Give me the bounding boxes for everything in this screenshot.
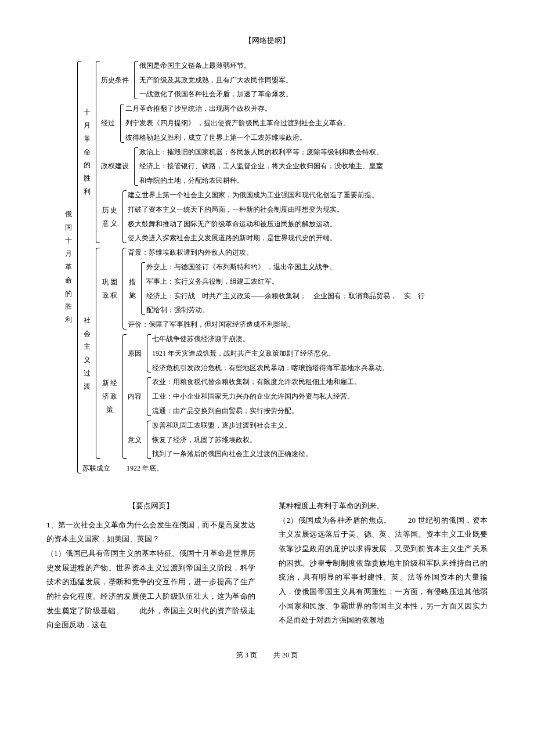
page-total: 共 20 页 xyxy=(273,651,298,659)
brace-icon xyxy=(118,102,124,144)
column-left: 【要点网页】 1、第一次社会主义革命为什么会发生在俄国，而不是高度发达的资本主义… xyxy=(46,499,255,632)
outline-item: 苏联成立1922 年底。 xyxy=(82,461,425,476)
column-right: 某种程度上有利于革命的到来。 （2）俄国成为各种矛盾的焦点。20 世纪初的俄国，… xyxy=(279,499,488,632)
section-label: 社 会 主 义 过 渡 xyxy=(82,245,93,461)
outline-item: 俄国是帝国主义链条上最薄弱环节。 xyxy=(139,59,293,73)
page-footer: 第 3 页共 20 页 xyxy=(46,650,488,661)
outline-item: 恢复了经济，巩固了苏维埃政权。 xyxy=(152,433,312,447)
branch-label: 经过 xyxy=(101,102,117,144)
outline-item: 建立世界上第一个社会主义国家，为俄国成为工业强国和现代化创造了重要前提。 xyxy=(128,188,378,202)
branch-label: 原因 xyxy=(128,332,144,375)
outline-item: 找到了一条落后的俄国向社会主义过渡的正确途径。 xyxy=(152,447,312,461)
body-text: （2）俄国成为各种矛盾的焦点。20 世纪初的俄国，资本主义发展远远落后于美、德、… xyxy=(279,513,488,628)
outline-header: 【网络提纲】 xyxy=(46,35,488,47)
branch-label: 历史条件 xyxy=(101,59,131,102)
outline-item: 流通：由产品交换到自由贸易；实行按劳分配。 xyxy=(152,404,361,418)
branch-label: 内容 xyxy=(128,375,144,418)
outline-item: 工业：中小企业和国家无力兴办的企业允许国内外资与私人经营。 xyxy=(152,389,361,404)
brace-icon xyxy=(139,260,145,317)
body-span: （1）俄国已具有帝国主义的基本特征。俄国十月革命是世界历史发展进程的产物。世界资… xyxy=(46,549,255,615)
branch-label: 历史 意义 xyxy=(101,188,120,245)
brace-icon xyxy=(94,245,100,461)
outline-item: 经济危机引发政治危机：有些地区农民暴动；喀琅施塔得海军基地水兵暴动。 xyxy=(152,361,389,375)
brace-icon xyxy=(121,332,127,461)
outline-item: 配给制；强制劳动。 xyxy=(146,303,425,317)
brace-icon xyxy=(94,59,100,245)
body-span: 20 世纪初的俄国，资本主义发展远远落后于美、德、英、法等国。资本主义工业既要依… xyxy=(279,516,488,625)
outline-item: 七年战争使苏俄经济濒于崩溃。 xyxy=(152,332,389,346)
outline-item: 评价：保障了军事胜利，但对国家经济造成不利影响。 xyxy=(128,317,425,332)
body-text: 某种程度上有利于革命的到来。 xyxy=(279,499,488,513)
body-text: （1）俄国已具有帝国主义的基本特征。俄国十月革命是世界历史发展进程的产物。世界资… xyxy=(46,547,255,632)
outline-item: 经济上：实行战 时共产主义政策——余粮收集制； 企业国有；取消商品贸易， 实 行 xyxy=(146,289,425,303)
body-text: 1、第一次社会主义革命为什么会发生在俄国，而不是高度发达的资本主义国家，如美国、… xyxy=(46,518,255,547)
outline-item: 改善和巩固工农联盟，逐步过渡到社会主义。 xyxy=(152,418,312,433)
brace-icon xyxy=(145,418,151,461)
outline-item: 政治上：摧毁旧的国家机器；各民族人民的权利平等；废除等级制和教会特权。 xyxy=(139,145,383,160)
branch-label: 苏联成立 xyxy=(82,464,110,472)
outline-item: 极大鼓舞和推动了国际无产阶级革命运动和被压迫民族的解放运动。 xyxy=(128,217,378,231)
outline-item: 农业：用粮食税代替余粮收集制；有限度允许农民租佃土地和雇工。 xyxy=(152,375,361,389)
brace-icon xyxy=(132,59,138,102)
brace-icon xyxy=(75,59,81,476)
outline-item: 二月革命推翻了沙皇统治，出现两个政权并存。 xyxy=(125,102,350,116)
key-points-header: 【要点网页】 xyxy=(46,499,255,513)
brace-icon xyxy=(145,375,151,418)
branch-label: 巩固 政权 xyxy=(101,245,120,332)
section-label: 十 月 革 命 的 胜 利 xyxy=(82,59,93,245)
branch-label: 政权建设 xyxy=(101,145,131,188)
outline-item: 打破了资本主义一统天下的局面，一种新的社会制度由理想变为现实。 xyxy=(128,202,378,217)
root-label: 俄 国 十 月 革 命 的 胜 利 xyxy=(64,59,74,476)
outline-item: 彼得格勒起义胜利，成立了世界上第一个工农苏维埃政府。 xyxy=(125,131,350,145)
outline-item: 军事上：实行义务兵役制，组建工农红军。 xyxy=(146,274,425,289)
outline-value: 1922 年底。 xyxy=(127,464,163,472)
outline-item: 外交上：与德国签订《布列斯特和约》 ，退出帝国主义战争。 xyxy=(146,260,425,274)
page-number: 第 3 页 xyxy=(236,651,257,659)
outline-item: 使人类进入探索社会主义发展道路的新时期，是世界现代史的开端。 xyxy=(128,231,378,245)
branch-label: 措 施 xyxy=(128,260,138,317)
brace-icon xyxy=(121,188,127,245)
outline-item: 经济上：接管银行、铁路，工人监督企业，将大企业收归国有；没收地主、皇室 xyxy=(139,159,383,173)
branch-label: 新经 济政 策 xyxy=(101,332,120,461)
outline-tree: 俄 国 十 月 革 命 的 胜 利 十 月 革 命 的 胜 利 历史条件 俄国是… xyxy=(64,59,488,476)
brace-icon xyxy=(145,332,151,375)
outline-item: 和寺院的土地，分配给农民耕种。 xyxy=(139,173,383,188)
outline-item: 一战激化了俄国各种社会矛盾，加速了革命爆发。 xyxy=(139,87,293,102)
brace-icon xyxy=(132,145,138,188)
branch-label: 意义 xyxy=(128,418,144,461)
brace-icon xyxy=(121,245,127,332)
outline-item: 1921 年天灾造成饥荒，战时共产主义政策加剧了经济恶化。 xyxy=(152,346,389,361)
outline-item: 列宁发表《四月提纲》 ，提出使资产阶级民主革命过渡到社会主义革命。 xyxy=(125,116,350,131)
outline-item: 无产阶级及其政党成熟，且有广大农民作同盟军。 xyxy=(139,73,293,88)
outline-item: 背景：苏维埃政权遭到内外敌人的进攻。 xyxy=(128,245,425,260)
key-points-section: 【要点网页】 1、第一次社会主义革命为什么会发生在俄国，而不是高度发达的资本主义… xyxy=(46,499,488,632)
body-span: （2）俄国成为各种矛盾的焦点。 xyxy=(279,516,392,525)
